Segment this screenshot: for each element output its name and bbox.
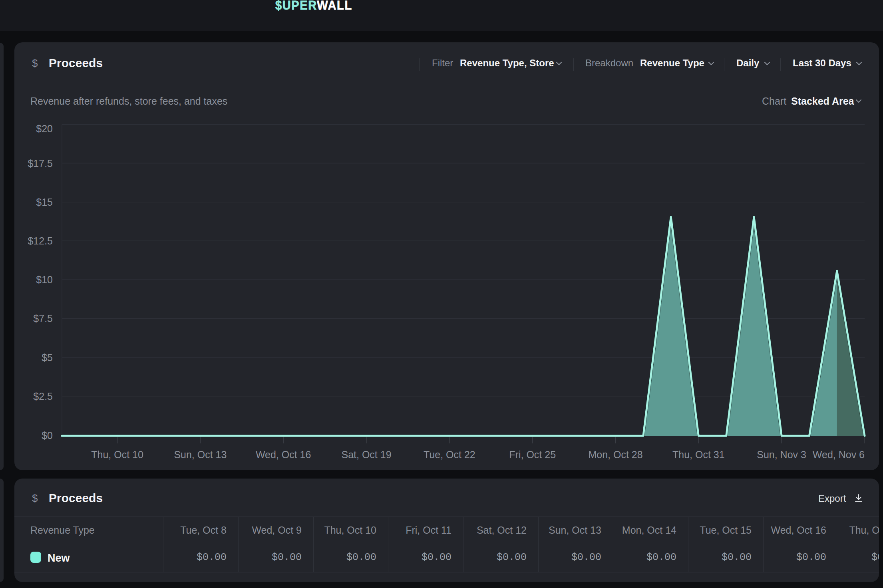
svg-text:$0: $0 [42, 430, 53, 441]
svg-text:$7.5: $7.5 [33, 313, 53, 324]
svg-text:$20: $20 [36, 123, 53, 134]
svg-text:$12.5: $12.5 [28, 235, 53, 246]
svg-text:Wed, Oct 16: Wed, Oct 16 [256, 449, 311, 460]
svg-text:$17.5: $17.5 [28, 158, 53, 169]
svg-text:Thu, Oct 31: Thu, Oct 31 [672, 449, 725, 460]
svg-text:Sun, Nov 3: Sun, Nov 3 [757, 449, 806, 460]
svg-text:Mon, Oct 28: Mon, Oct 28 [588, 449, 642, 460]
svg-text:Thu, Oct 10: Thu, Oct 10 [91, 449, 143, 460]
svg-text:$2.5: $2.5 [33, 391, 53, 402]
svg-text:$5: $5 [42, 352, 53, 363]
svg-text:Wed, Nov 6: Wed, Nov 6 [813, 449, 865, 460]
svg-text:Tue, Oct 22: Tue, Oct 22 [424, 449, 475, 460]
svg-text:Fri, Oct 25: Fri, Oct 25 [509, 449, 556, 460]
svg-text:$10: $10 [36, 274, 53, 285]
svg-text:$15: $15 [36, 197, 53, 208]
svg-text:Sun, Oct 13: Sun, Oct 13 [174, 449, 227, 460]
svg-text:Sat, Oct 19: Sat, Oct 19 [341, 449, 391, 460]
